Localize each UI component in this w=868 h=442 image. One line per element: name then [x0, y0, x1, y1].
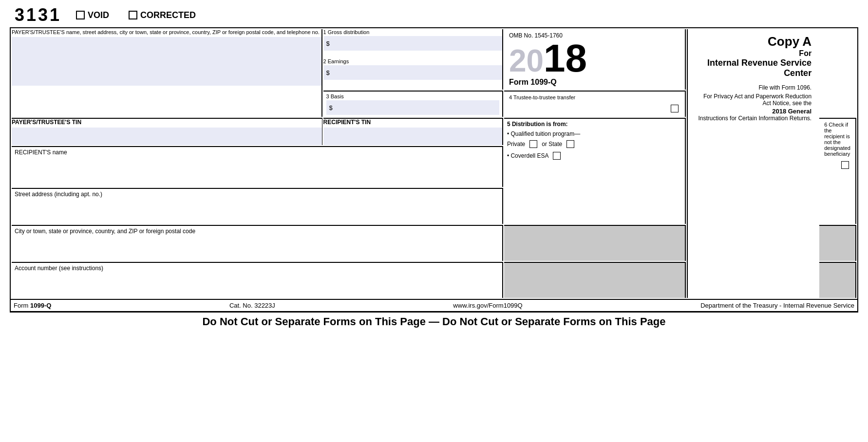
city-shaded-field5 [504, 225, 686, 261]
copy-a-year-general: 2018 General [695, 108, 811, 115]
field3-dollar: $ [329, 104, 333, 111]
copy-a-title: Copy A [695, 34, 811, 49]
street-label: Street address (including apt. no.) [12, 189, 502, 200]
void-label: VOID [88, 10, 109, 20]
field5-private-label: Private [507, 141, 525, 147]
bottom-banner: Do Not Cut or Separate Forms on This Pag… [10, 312, 858, 333]
field5-label: 5 Distribution is from: [504, 119, 685, 129]
field1-cell: 1 Gross distribution $ 2 Earnings $ [323, 29, 503, 90]
field5-coverdell-label: • Coverdell ESA [507, 152, 549, 159]
city-shaded-field6 [819, 225, 856, 261]
recipients-name-cell: RECIPIENT'S name [12, 146, 503, 187]
payer-cell: PAYER'S/TRUSTEE'S name, street address, … [12, 29, 322, 117]
copy-a-irs: Internal Revenue Service Center [695, 58, 811, 78]
copy-a-for: For [695, 49, 811, 58]
recipients-tin-input[interactable] [323, 128, 502, 145]
street-input[interactable] [12, 200, 502, 224]
field1-label: 1 Gross distribution [323, 29, 502, 35]
account-label: Account number (see instructions) [12, 263, 502, 274]
footer-website: www.irs.gov/Form1099Q [453, 302, 522, 309]
omb-number: OMB No. 1545-1760 [509, 32, 680, 39]
field5-private-row: Private or State [504, 138, 685, 150]
field3-dollar-area[interactable]: $ [326, 100, 499, 115]
field3-cell: 3 Basis $ [323, 91, 503, 117]
field5-state-checkbox[interactable] [566, 140, 574, 148]
year-display: 20 18 [509, 39, 680, 78]
payer-input-area[interactable] [12, 37, 321, 86]
form-table: PAYER'S/TRUSTEE'S name, street address, … [10, 27, 858, 300]
copy-a-privacy: For Privacy Act and Paperwork Reduction … [695, 93, 811, 107]
year-prefix: 20 [509, 45, 544, 76]
city-label: City or town, state or province, country… [12, 226, 502, 237]
corrected-label: CORRECTED [140, 10, 196, 20]
field2-label: 2 Earnings [323, 58, 502, 64]
field6-label: 6 Check if the recipient is not the desi… [824, 122, 850, 157]
omb-year-cell: OMB No. 1545-1760 20 18 Form 1099-Q [504, 29, 686, 90]
field5-cell: 5 Distribution is from: • Qualified tuit… [504, 118, 686, 224]
footer-info-row: Form 1099-Q Cat. No. 32223J www.irs.gov/… [10, 300, 858, 312]
field5-sub1: • Qualified tuition program— [504, 129, 685, 138]
account-input[interactable] [12, 274, 502, 298]
field5-coverdell-row: • Coverdell ESA [504, 150, 685, 162]
recipients-tin-cell: RECIPIENT'S TIN [323, 118, 503, 145]
void-corrected-area: VOID CORRECTED [76, 10, 196, 20]
recipients-name-input[interactable] [12, 158, 502, 187]
top-header: 3131 VOID CORRECTED [10, 5, 858, 25]
field4-label: 4 Trustee-to-trustee transfer [509, 94, 680, 100]
city-input[interactable] [12, 237, 502, 261]
corrected-checkbox[interactable] [129, 11, 137, 19]
footer-form-name: Form 1099-Q [14, 302, 51, 309]
account-cell: Account number (see instructions) [12, 262, 503, 298]
field1-dollar-area[interactable]: $ [323, 36, 502, 51]
field6-checkbox[interactable] [841, 161, 849, 169]
payers-tin-cell: PAYER'S/TRUSTEE'S TIN [12, 118, 322, 145]
field5-coverdell-checkbox[interactable] [553, 152, 561, 160]
field2-area: 2 Earnings $ [323, 58, 502, 80]
copy-a-file-with: File with Form 1096. [695, 84, 811, 91]
footer-department: Department of the Treasury - Internal Re… [700, 302, 854, 309]
omb-form-name: Form 1099-Q [509, 78, 680, 87]
field1-dollar: $ [326, 40, 330, 47]
footer-form-label: Form [14, 302, 28, 309]
field5-private-checkbox[interactable] [529, 140, 537, 148]
payers-tin-label: PAYER'S/TRUSTEE'S TIN [12, 119, 322, 126]
field4-cell: 4 Trustee-to-trustee transfer [504, 91, 686, 117]
field3-label: 3 Basis [326, 93, 499, 99]
copy-a-cell: Copy A For Internal Revenue Service Cent… [687, 29, 818, 298]
account-shaded-field5 [504, 262, 686, 298]
void-checkbox-group[interactable]: VOID [76, 10, 109, 20]
footer-form-number: 1099-Q [30, 302, 51, 309]
payer-label: PAYER'S/TRUSTEE'S name, street address, … [12, 29, 321, 35]
footer-cat: Cat. No. 32223J [229, 302, 275, 309]
field5-or-state-label: or State [542, 141, 562, 147]
corrected-checkbox-group[interactable]: CORRECTED [129, 10, 196, 20]
city-cell: City or town, state or province, country… [12, 225, 503, 261]
field2-dollar-area[interactable]: $ [323, 65, 502, 80]
copy-a-instructions: Instructions for Certain Information Ret… [695, 115, 811, 122]
recipients-name-label: RECIPIENT'S name [12, 147, 502, 158]
form-number: 3131 [15, 5, 61, 25]
field2-dollar: $ [326, 69, 330, 76]
street-cell: Street address (including apt. no.) [12, 188, 503, 224]
payers-tin-input[interactable] [12, 128, 322, 145]
account-shaded-field6 [819, 262, 856, 298]
field4-checkbox[interactable] [671, 105, 679, 112]
row-payer-gross: PAYER'S/TRUSTEE'S name, street address, … [12, 29, 856, 90]
void-checkbox[interactable] [76, 11, 85, 19]
field6-cell: 6 Check if the recipient is not the desi… [819, 118, 856, 224]
recipients-tin-label: RECIPIENT'S TIN [323, 119, 502, 126]
year-suffix: 18 [544, 39, 587, 78]
